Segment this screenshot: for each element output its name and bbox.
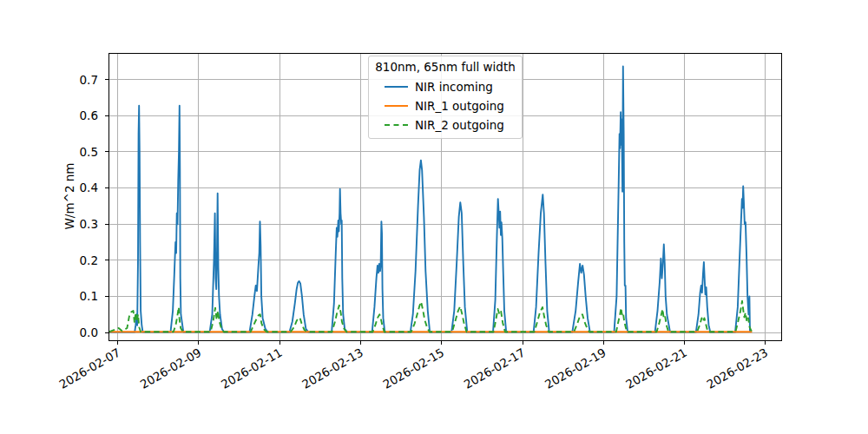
y-tick-label: 0.5 [80, 145, 98, 159]
legend-title: 810nm, 65nm full width [374, 59, 516, 77]
legend-line-sample-nir1-outgoing-icon [385, 105, 408, 107]
legend-item-nir1-outgoing: NIR_1 outgoing [374, 96, 516, 115]
y-tick-label: 0.0 [80, 326, 98, 339]
y-axis-label: W/m^2 nm [62, 163, 76, 230]
x-tick-label: 2026-02-09 [138, 345, 204, 391]
legend: 810nm, 65nm full width NIR incoming NIR_… [368, 56, 523, 139]
x-tick-label: 2026-02-21 [623, 345, 689, 391]
y-tick-label: 0.4 [80, 181, 98, 194]
y-tick-label: 0.6 [80, 108, 98, 122]
y-tick-label: 0.2 [80, 253, 98, 267]
x-tick-label: 2026-02-15 [380, 345, 446, 391]
y-tick-label: 0.7 [80, 73, 98, 87]
x-tick-label: 2026-02-17 [462, 345, 528, 391]
legend-label-nir1-outgoing: NIR_1 outgoing [415, 99, 504, 114]
x-tick-label: 2026-02-19 [542, 345, 608, 391]
x-tick-label: 2026-02-07 [56, 345, 122, 391]
figure: 2026-02-072026-02-092026-02-112026-02-13… [0, 0, 868, 434]
x-tick-label: 2026-02-11 [219, 345, 285, 391]
legend-line-sample-nir-incoming-icon [385, 86, 408, 88]
x-tick-label: 2026-02-13 [299, 345, 365, 391]
legend-label-nir-incoming: NIR incoming [415, 80, 493, 95]
y-tick-label: 0.1 [80, 289, 98, 303]
legend-label-nir2-outgoing: NIR_2 outgoing [415, 118, 504, 133]
y-tick-label: 0.3 [80, 217, 98, 231]
legend-item-nir-incoming: NIR incoming [374, 77, 516, 96]
legend-line-sample-nir2-outgoing-icon [385, 124, 408, 126]
x-tick-label: 2026-02-23 [704, 345, 770, 391]
legend-item-nir2-outgoing: NIR_2 outgoing [374, 115, 516, 135]
